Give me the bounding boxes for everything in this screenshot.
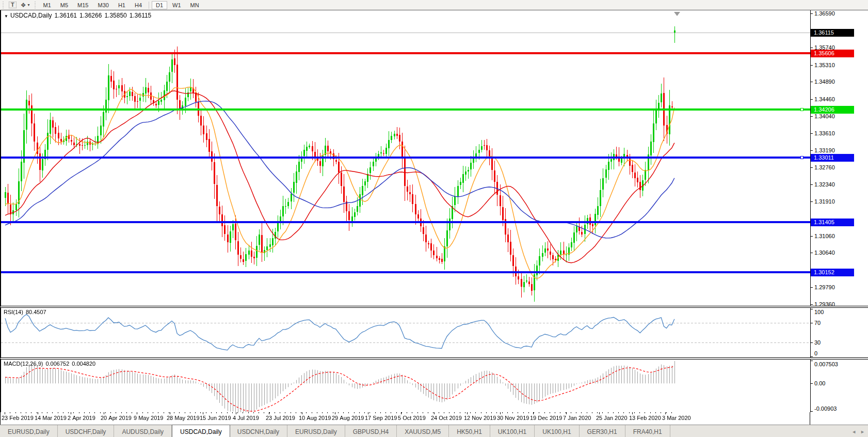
axis-tick-mark bbox=[811, 342, 813, 343]
price-line-badge: 1.30152 bbox=[811, 269, 854, 276]
axis-tick-mark bbox=[811, 361, 813, 361]
chart-tab-ger30-h1[interactable]: GER30,H1 bbox=[580, 425, 625, 437]
macd-canvas[interactable] bbox=[1, 360, 810, 412]
toolbar-grip[interactable] bbox=[2, 2, 5, 9]
rsi-scale-70: 70 bbox=[814, 319, 821, 326]
chart-tab-uk100-h1[interactable]: UK100,H1 bbox=[535, 425, 579, 437]
chart-tab-audusd-daily[interactable]: AUDUSD,Daily bbox=[114, 425, 172, 437]
macd-name: MACD(12,26,9) bbox=[4, 361, 43, 367]
axis-tick-label: 1.31910 bbox=[814, 198, 835, 205]
axis-tick-label: 1.31060 bbox=[814, 232, 835, 240]
rsi-value: 80.4507 bbox=[26, 309, 46, 315]
macd-panel: MACD(12,26,9)0.0067520.004820 0.007503 0… bbox=[1, 360, 868, 412]
axis-tick-mark bbox=[811, 184, 813, 185]
date-axis-canvas[interactable] bbox=[1, 412, 810, 425]
text-tool-button[interactable]: T bbox=[7, 1, 19, 9]
dropdown-caret-icon: ▾ bbox=[28, 3, 30, 7]
timeframe-button-mn[interactable]: MN bbox=[186, 1, 203, 9]
toolbar-grip[interactable] bbox=[34, 2, 37, 9]
axis-tick-label: 1.34890 bbox=[814, 78, 835, 85]
timeframe-button-m1[interactable]: M1 bbox=[39, 1, 55, 9]
timeframe-button-m15[interactable]: M15 bbox=[73, 1, 92, 9]
date-axis[interactable] bbox=[1, 412, 868, 425]
chart-tab-usdcnh-daily[interactable]: USDCNH,Daily bbox=[230, 425, 287, 437]
trading-app-window: T ❖ ▾ M1 M5 M15 M30 H1 H4 D1 W1 MN ▼USDC… bbox=[0, 0, 868, 437]
axis-tick-label: 1.34040 bbox=[814, 113, 835, 120]
price-line-badge: 1.35606 bbox=[811, 50, 854, 57]
axis-tick-mark bbox=[811, 304, 813, 305]
rsi-scale-0: 0 bbox=[814, 350, 817, 357]
price-line-badge: 1.31405 bbox=[811, 218, 854, 226]
price-line-badge: 1.34206 bbox=[811, 106, 854, 114]
axis-tick-label: 1.32760 bbox=[814, 164, 835, 171]
price-scale[interactable]: 1.365901.357401.353101.348901.344601.340… bbox=[810, 10, 868, 306]
axis-tick-mark bbox=[811, 201, 813, 202]
chart-tab-usdcad-daily[interactable]: USDCAD,Daily bbox=[172, 425, 230, 437]
timeframe-button-h1[interactable]: H1 bbox=[114, 1, 130, 9]
chart-tab-xauusd-m5[interactable]: XAUUSD,M5 bbox=[397, 425, 449, 437]
tabs-scroll-right-icon[interactable]: ► bbox=[860, 429, 865, 434]
chart-tab-fra40-h1[interactable]: FRA40,H1 bbox=[625, 425, 670, 437]
chart-tab-uk100-h1[interactable]: UK100,H1 bbox=[490, 425, 535, 437]
price-line-badge: 1.36115 bbox=[811, 29, 854, 37]
tabs-scroll-left-icon[interactable]: ◄ bbox=[851, 429, 856, 434]
macd-scale-min: -0.00903 bbox=[814, 405, 837, 412]
collapse-triangle-icon[interactable]: ▼ bbox=[4, 14, 8, 19]
rsi-panel: RSI(14)80.4507 100 70 30 0 bbox=[1, 308, 868, 357]
axis-tick-mark bbox=[811, 150, 813, 151]
axis-tick-label: 1.29360 bbox=[814, 301, 835, 308]
main-price-panel: ▼USDCAD,Daily1.361611.362661.358501.3611… bbox=[1, 10, 868, 306]
axis-tick-label: 1.32340 bbox=[814, 181, 835, 188]
timeframe-button-m30[interactable]: M30 bbox=[93, 1, 112, 9]
axis-tick-mark bbox=[811, 253, 813, 253]
top-toolbar: T ❖ ▾ M1 M5 M15 M30 H1 H4 D1 W1 MN bbox=[0, 0, 868, 10]
axis-tick-label: 1.34460 bbox=[814, 96, 835, 103]
rsi-scale-100: 100 bbox=[814, 308, 824, 316]
timeframe-button-d1[interactable]: D1 bbox=[152, 1, 167, 9]
axis-tick-mark bbox=[811, 236, 813, 237]
styler-button[interactable]: ❖ ▾ bbox=[19, 1, 32, 9]
rsi-name: RSI(14) bbox=[4, 309, 23, 315]
axis-tick-label: 1.33610 bbox=[814, 130, 835, 137]
axis-tick-mark bbox=[811, 133, 813, 134]
macd-signal-value: 0.004820 bbox=[72, 361, 95, 367]
axis-tick-mark bbox=[811, 356, 813, 357]
axis-tick-label: 1.29790 bbox=[814, 284, 835, 291]
rsi-scale[interactable]: 100 70 30 0 bbox=[810, 308, 868, 357]
ohlc-open: 1.36161 bbox=[55, 12, 77, 19]
macd-scale-zero: 0.00 bbox=[814, 380, 825, 387]
timeframe-button-w1[interactable]: W1 bbox=[168, 1, 185, 9]
axis-tick-mark bbox=[811, 99, 813, 100]
price-line-badge: 1.33011 bbox=[811, 154, 854, 162]
macd-main-value: 0.006752 bbox=[45, 361, 69, 367]
macd-label: MACD(12,26,9)0.0067520.004820 bbox=[4, 361, 98, 367]
main-chart-canvas[interactable] bbox=[1, 10, 810, 306]
rsi-scale-30: 30 bbox=[814, 339, 821, 346]
axis-tick-mark bbox=[811, 309, 813, 309]
axis-tick-mark bbox=[811, 82, 813, 82]
macd-scale[interactable]: 0.007503 0.00 -0.00903 bbox=[810, 360, 868, 412]
chart-tab-eurusd-daily[interactable]: EURUSD,Daily bbox=[287, 425, 345, 437]
axis-tick-mark bbox=[811, 13, 813, 14]
axis-tick-label: 1.33190 bbox=[814, 147, 835, 154]
chart-tab-eurusd-daily[interactable]: EURUSD,Daily bbox=[0, 425, 58, 437]
toolbar-separator bbox=[149, 2, 149, 9]
axis-tick-mark bbox=[811, 287, 813, 288]
rsi-canvas[interactable] bbox=[1, 308, 810, 357]
axis-tick-mark bbox=[811, 65, 813, 66]
axis-tick-label: 1.36590 bbox=[814, 10, 835, 17]
chart-title: ▼USDCAD,Daily1.361611.362661.358501.3611… bbox=[4, 12, 154, 19]
timeframe-button-h4[interactable]: H4 bbox=[131, 1, 146, 9]
chart-tab-gbpusd-h4[interactable]: GBPUSD,H4 bbox=[345, 425, 397, 437]
ohlc-low: 1.35850 bbox=[104, 12, 126, 19]
date-axis-stub bbox=[810, 412, 867, 425]
chart-symbol: USDCAD,Daily bbox=[10, 12, 52, 19]
chart-tab-bar: EURUSD,DailyUSDCHF,DailyAUDUSD,DailyUSDC… bbox=[0, 425, 868, 437]
ohlc-close: 1.36115 bbox=[130, 12, 152, 19]
timeframe-button-m5[interactable]: M5 bbox=[56, 1, 72, 9]
chart-tab-usdchf-daily[interactable]: USDCHF,Daily bbox=[58, 425, 115, 437]
macd-scale-max: 0.007503 bbox=[814, 361, 838, 368]
axis-tick-mark bbox=[811, 411, 813, 412]
chart-tab-hk50-h1[interactable]: HK50,H1 bbox=[449, 425, 490, 437]
axis-tick-label: 1.30640 bbox=[814, 249, 835, 256]
